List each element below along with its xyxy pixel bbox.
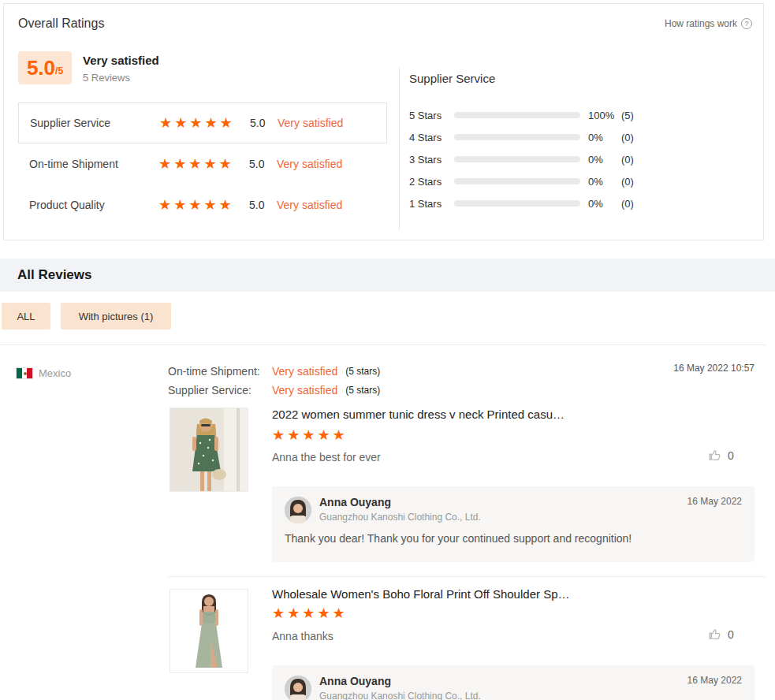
metric-score: 5.0 — [249, 199, 264, 211]
metric-row-supplier-service[interactable]: Supplier Service ★★★★★ 5.0 Very satisfie… — [18, 102, 387, 143]
question-circle-icon — [741, 18, 752, 29]
rating-bar — [454, 156, 580, 162]
attribute-verdict: Very satisfied — [272, 384, 337, 397]
breakdown-percent: 0% — [588, 154, 621, 166]
helpful-button[interactable]: 0 — [708, 627, 734, 641]
breakdown-count: (5) — [621, 110, 634, 121]
breakdown-count: (0) — [621, 198, 634, 210]
like-count: 0 — [728, 449, 734, 462]
breakdown-label: 4 Stars — [409, 132, 450, 143]
breakdown-label: 2 Stars — [409, 176, 450, 188]
avatar — [285, 497, 311, 523]
product-image[interactable] — [170, 408, 248, 492]
rating-bar — [454, 178, 580, 184]
product-image[interactable] — [170, 589, 248, 673]
attribute-stars-note: (5 stars) — [345, 385, 380, 396]
product-title-link[interactable]: 2022 women summer tunic dress v neck Pri… — [272, 408, 714, 421]
breakdown-percent: 100% — [588, 110, 621, 121]
attribute-stars-note: (5 stars) — [345, 366, 380, 377]
star-rating-icon: ★★★★★ — [158, 155, 234, 173]
breakdown-title: Supplier Service — [409, 72, 495, 85]
card-divider — [399, 68, 400, 231]
star-rating-icon: ★★★★★ — [159, 114, 235, 132]
breakdown-count: (0) — [621, 132, 634, 143]
metric-verdict: Very satisfied — [277, 158, 342, 170]
avatar — [285, 676, 311, 700]
breakdown-row-1-stars: 1 Stars 0% (0) — [409, 192, 661, 214]
like-count: 0 — [728, 628, 734, 641]
star-rating-icon: ★★★★★ — [272, 605, 348, 622]
thumbs-up-icon — [708, 449, 721, 462]
supplier-reply: Anna Ouyang Guangzhou Kanoshi Clothing C… — [272, 486, 755, 562]
attribute-row: On-time Shipment: Very satisfied (5 star… — [168, 362, 380, 381]
rating-bar — [454, 112, 580, 118]
rating-bar — [454, 134, 580, 140]
reply-date: 16 May 2022 — [687, 675, 742, 686]
breakdown-percent: 0% — [588, 132, 621, 143]
reply-text: Thank you dear! Thank you for your conti… — [285, 532, 742, 545]
breakdown-label: 1 Stars — [409, 198, 450, 210]
how-ratings-work-label: How ratings work — [665, 18, 737, 29]
metric-row-product-quality[interactable]: Product Quality ★★★★★ 5.0 Very satisfied — [18, 184, 387, 225]
breakdown-row-5-stars: 5 Stars 100% (5) — [409, 104, 661, 126]
country-name: Mexico — [39, 367, 71, 379]
mexico-flag-icon — [16, 367, 33, 379]
breakdown-count: (0) — [621, 176, 634, 188]
replier-company: Guangzhou Kanoshi Clothing Co., Ltd. — [319, 691, 481, 700]
overall-verdict: Very satisfied — [83, 54, 159, 67]
metric-score: 5.0 — [250, 117, 265, 129]
supplier-reply: Anna Ouyang Guangzhou Kanoshi Clothing C… — [272, 665, 755, 700]
reviewer-country: Mexico — [16, 367, 71, 379]
filter-all-button[interactable]: ALL — [2, 303, 50, 330]
metric-label: Product Quality — [29, 199, 105, 211]
overall-ratings-title: Overall Ratings — [18, 17, 104, 31]
helpful-button[interactable]: 0 — [708, 449, 734, 462]
star-rating-icon: ★★★★★ — [272, 426, 348, 444]
all-reviews-title: All Reviews — [17, 267, 92, 283]
breakdown-percent: 0% — [588, 176, 621, 188]
replier-name: Anna Ouyang — [319, 675, 391, 687]
overall-score-value: 5.0 — [27, 56, 55, 80]
review-date: 16 May 2022 10:57 — [673, 363, 755, 374]
metric-verdict: Very satisfied — [278, 117, 343, 129]
all-reviews-header: All Reviews — [0, 259, 775, 292]
review-comment: Anna thanks — [272, 630, 333, 642]
product-photo-studio — [170, 590, 248, 672]
replier-name: Anna Ouyang — [319, 496, 391, 508]
metric-score: 5.0 — [249, 158, 264, 170]
product-title-link[interactable]: Wholesale Women's Boho Floral Print Off … — [272, 587, 714, 601]
divider — [0, 344, 766, 345]
supplier-ratings-page: Overall Ratings How ratings work 5.0 /5 … — [0, 0, 775, 700]
overall-score-max: /5 — [55, 65, 63, 76]
overall-review-count: 5 Reviews — [83, 72, 130, 84]
filter-with-pictures-button[interactable]: With pictures (1) — [61, 303, 171, 330]
thumbs-up-icon — [708, 627, 721, 641]
attribute-label: On-time Shipment: — [168, 365, 272, 378]
breakdown-percent: 0% — [588, 198, 621, 210]
attribute-label: Supplier Service: — [168, 384, 272, 397]
metric-label: Supplier Service — [30, 117, 110, 129]
replier-company: Guangzhou Kanoshi Clothing Co., Ltd. — [319, 512, 481, 523]
breakdown-label: 3 Stars — [409, 154, 450, 166]
review-attributes: On-time Shipment: Very satisfied (5 star… — [168, 362, 380, 400]
rating-bar — [454, 200, 580, 207]
product-photo-outdoor — [170, 408, 248, 491]
breakdown-row-3-stars: 3 Stars 0% (0) — [409, 148, 661, 170]
breakdown-label: 5 Stars — [409, 110, 450, 121]
breakdown-row-4-stars: 4 Stars 0% (0) — [409, 126, 661, 148]
divider — [168, 576, 766, 577]
how-ratings-work-link[interactable]: How ratings work — [665, 18, 752, 29]
attribute-row: Supplier Service: Very satisfied (5 star… — [168, 381, 380, 400]
review-comment: Anna the best for ever — [272, 451, 381, 464]
star-rating-icon: ★★★★★ — [158, 196, 234, 214]
metric-row-on-time-shipment[interactable]: On-time Shipment ★★★★★ 5.0 Very satisfie… — [18, 143, 387, 184]
metric-verdict: Very satisfied — [277, 199, 342, 211]
breakdown-row-2-stars: 2 Stars 0% (0) — [409, 170, 661, 192]
reply-date: 16 May 2022 — [687, 496, 742, 507]
breakdown-count: (0) — [621, 154, 634, 166]
overall-ratings-card: Overall Ratings How ratings work 5.0 /5 … — [3, 3, 764, 240]
metric-label: On-time Shipment — [29, 158, 118, 170]
overall-score-badge: 5.0 /5 — [18, 51, 72, 84]
attribute-verdict: Very satisfied — [272, 365, 337, 378]
